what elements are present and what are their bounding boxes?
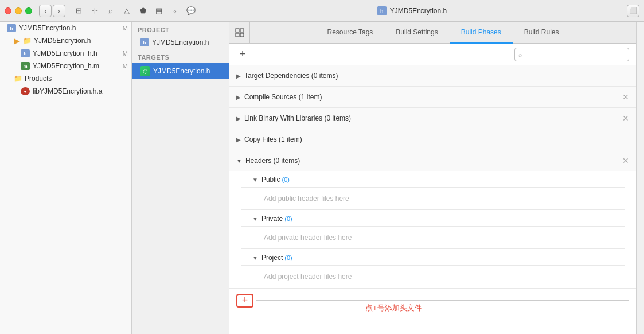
build-tabs: Resource Tags Build Settings Build Phase… xyxy=(250,22,636,44)
project-subsection-header[interactable]: ▼ Project (0) xyxy=(241,249,625,266)
nav-item-folder[interactable]: ▶ 📁 YJMD5Encrytion.h xyxy=(0,34,131,47)
editor-area: Resource Tags Build Settings Build Phase… xyxy=(229,22,636,334)
phase-arrow-compile-sources: ▶ xyxy=(236,94,241,100)
proj-file-icon: h xyxy=(140,38,149,46)
phase-header-copy-files[interactable]: ▶ Copy Files (1 item) xyxy=(229,129,636,150)
project-sub-title: Project xyxy=(261,254,283,262)
app-window: ‹ › ⊞ ⊹ ⌕ △ ⬟ ▤ ⬨ 💬 h YJMD5Encrytion.h ⬜… xyxy=(0,0,644,334)
search-toolbar-icon[interactable]: ⌕ xyxy=(104,5,117,17)
svg-rect-0 xyxy=(236,29,239,32)
comment-icon[interactable]: 💬 xyxy=(185,5,197,17)
phase-title-headers: Headers (0 items) xyxy=(245,157,300,165)
nav-back-button[interactable]: ‹ xyxy=(39,5,52,17)
annotation-text: 点+号添加头文件 xyxy=(365,303,422,312)
project-navigator: PROJECT h YJMD5Encrytion.h TARGETS ⬡ YJM… xyxy=(132,22,229,334)
warning-icon[interactable]: △ xyxy=(120,5,133,17)
title-center: h YJMD5Encrytion.h xyxy=(202,6,622,15)
toolbar-nav: ‹ › xyxy=(39,5,65,17)
private-header[interactable]: ▼ Private (0) xyxy=(241,210,625,227)
phase-row-compile-sources: ▶ Compile Sources (1 item) ✕ xyxy=(229,87,636,108)
top-toolbar: + ⌕ xyxy=(229,44,636,65)
target-item[interactable]: ⬡ YJMD5Encrytion.h xyxy=(132,63,229,79)
nav-item-m[interactable]: m YJMD5Encrytion_h.m M xyxy=(0,60,131,72)
inspector-toggle[interactable]: ⬜ xyxy=(627,5,639,17)
nav-item-products-label: Products xyxy=(25,75,52,83)
title-file-icon: h xyxy=(377,6,387,15)
m-file-icon: m xyxy=(21,62,30,70)
project-section-label: PROJECT xyxy=(132,22,229,36)
target-name-label: YJMD5Encrytion.h xyxy=(153,67,210,75)
tab-build-phases[interactable]: Build Phases xyxy=(450,22,513,44)
tab-build-rules[interactable]: Build Rules xyxy=(513,22,571,44)
target-icon: ⬡ xyxy=(140,66,150,76)
lib-file-icon: ● xyxy=(21,87,30,95)
phase-title-target-deps: Target Dependencies (0 items) xyxy=(244,72,338,80)
phase-close-headers[interactable]: ✕ xyxy=(622,156,629,165)
phase-arrow-target-deps: ▶ xyxy=(236,73,241,79)
phase-header-target-deps[interactable]: ▶ Target Dependencies (0 items) xyxy=(229,65,636,86)
svg-rect-3 xyxy=(240,33,244,37)
tab-build-settings[interactable]: Build Settings xyxy=(384,22,449,44)
phase-row-target-deps: ▶ Target Dependencies (0 items) xyxy=(229,65,636,87)
project-name-label: YJMD5Encrytion.h xyxy=(152,38,209,46)
dash-line xyxy=(256,300,629,301)
svg-rect-2 xyxy=(236,33,239,37)
bookmark-icon[interactable]: ⬟ xyxy=(136,5,149,17)
phase-row-link-binary: ▶ Link Binary With Libraries (0 items) ✕ xyxy=(229,108,636,129)
nav-item-products[interactable]: 📁 Products xyxy=(0,72,131,85)
nav-forward-button[interactable]: › xyxy=(53,5,65,17)
close-button[interactable] xyxy=(5,7,11,14)
tab-resource-tags[interactable]: Resource Tags xyxy=(316,22,385,44)
search-box[interactable]: ⌕ xyxy=(514,48,629,61)
phase-arrow-headers: ▼ xyxy=(236,158,242,164)
hh-file-icon: h xyxy=(21,49,30,57)
targets-section-label: TARGETS xyxy=(132,49,229,63)
private-title: Private xyxy=(261,215,283,223)
phase-header-link-binary[interactable]: ▶ Link Binary With Libraries (0 items) ✕ xyxy=(229,108,636,129)
folder-icon: ▶ xyxy=(14,36,20,45)
phase-close-compile[interactable]: ✕ xyxy=(622,92,629,102)
public-title: Public xyxy=(261,176,280,184)
project-placeholder: Add project header files here xyxy=(241,266,625,288)
grid-icon[interactable]: ⊞ xyxy=(72,5,85,17)
add-header-button[interactable]: + xyxy=(236,294,253,308)
nav-item-hh[interactable]: h YJMD5Encrytion_h.h M xyxy=(0,47,131,60)
right-gutter xyxy=(636,22,644,334)
file-navigator: h YJMD5Encrytion.h M ▶ 📁 YJMD5Encrytion.… xyxy=(0,22,132,334)
cursor-icon[interactable]: ⊹ xyxy=(88,5,101,17)
add-phase-button[interactable]: + xyxy=(236,48,249,61)
phase-header-headers[interactable]: ▼ Headers (0 items) ✕ xyxy=(229,150,636,171)
project-section: ▼ Project (0) Add project header files h… xyxy=(241,249,625,288)
right-controls: ⬜ xyxy=(627,5,639,17)
nav-item-root[interactable]: h YJMD5Encrytion.h M xyxy=(0,22,131,34)
private-section: ▼ Private (0) Add private header files h… xyxy=(241,210,625,249)
phase-close-link[interactable]: ✕ xyxy=(622,114,629,123)
public-count: (0) xyxy=(282,176,290,183)
search-box-icon: ⌕ xyxy=(518,51,522,58)
project-sub-count: (0) xyxy=(284,254,292,261)
minimize-button[interactable] xyxy=(15,7,22,14)
products-folder-icon: 📁 xyxy=(14,75,22,83)
bottom-add-bar: + 点+号添加头文件 xyxy=(229,289,636,312)
table-icon[interactable]: ▤ xyxy=(153,5,165,17)
phase-header-compile-sources[interactable]: ▶ Compile Sources (1 item) ✕ xyxy=(229,87,636,107)
hfile-icon: h xyxy=(7,24,16,32)
phase-title-copy-files: Copy Files (1 item) xyxy=(244,135,302,143)
nav-item-m-badge: M xyxy=(123,63,128,69)
nav-item-hh-label: YJMD5Encrytion_h.h xyxy=(33,49,97,57)
nav-item-lib[interactable]: ● libYJMD5Encrytion.h.a xyxy=(0,85,131,98)
build-content: + ⌕ ▶ Target Dependencies (0 items) ▶ xyxy=(229,44,636,334)
nav-item-lib-label: libYJMD5Encrytion.h.a xyxy=(33,87,102,95)
phase-title-compile-sources: Compile Sources (1 item) xyxy=(244,93,322,101)
nav-item-root-badge: M xyxy=(123,25,128,32)
headers-content: ▼ Public (0) Add public header files her… xyxy=(229,171,636,288)
phase-title-link-binary: Link Binary With Libraries (0 items) xyxy=(244,114,351,122)
public-header[interactable]: ▼ Public (0) xyxy=(241,171,625,188)
project-sub-arrow: ▼ xyxy=(252,255,258,261)
view-toggle-icon[interactable] xyxy=(229,22,250,44)
zoom-button[interactable] xyxy=(25,7,32,14)
tag-icon[interactable]: ⬨ xyxy=(169,5,181,17)
window-title: YJMD5Encrytion.h xyxy=(390,7,447,15)
public-arrow: ▼ xyxy=(252,177,258,183)
project-item[interactable]: h YJMD5Encrytion.h xyxy=(132,36,229,49)
